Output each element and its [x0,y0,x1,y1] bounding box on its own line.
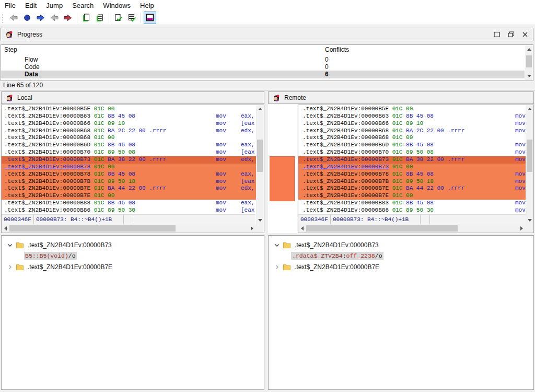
asm-line[interactable]: .text$_ZN2B4D1Ev:00000B6D 01C 8B 45 08mo… [298,142,526,149]
asm-line[interactable]: .text$_ZN2B4D1Ev:00000B7B 01C 89 50 18mo… [298,178,526,186]
local-vertical-scrollbar[interactable] [256,105,264,224]
asm-line[interactable]: .text$_ZN2B4D1Ev:00000B78 01C 8B 45 08mo… [2,171,256,178]
local-asm-lines: .text$_ZN2B4D1Ev:00000B5E 01C 00.text$_Z… [2,106,256,214]
status-symbol-cell: 00000B73: B4::~B4()+1B [34,215,124,224]
menu-windows[interactable]: Windows [98,1,135,10]
scrollbar-thumb[interactable] [527,140,532,172]
menu-jump[interactable]: Jump [41,1,67,10]
asm-line[interactable]: .text$_ZN2B4D1Ev:00000B73 01C 00 [298,164,526,171]
tree-item[interactable]: .text$_ZN2B4D1Ev:00000B73 [2,239,264,250]
scroll-left-icon[interactable] [298,224,306,233]
asm-address: .text$_ZN2B4D1Ev:00000B66 [303,120,389,126]
asm-line[interactable]: .text$_ZN2B4D1Ev:00000B68 01C 00 [298,134,526,142]
asm-line[interactable]: .text$_ZN2B4D1Ev:00000B7E 01C BA 44 22 0… [2,185,256,192]
progress-table-header: Step Conflicts [1,46,533,56]
chevron-right-icon[interactable] [6,263,14,271]
scroll-up-icon[interactable] [256,105,264,113]
asm-mnemonic: mov [216,142,226,149]
asm-line[interactable]: .text$_ZN2B4D1Ev:00000B66 01C 89 10mov[e… [298,120,526,128]
asm-line[interactable]: .text$_ZN2B4D1Ev:00000B70 01C 89 50 08mo… [298,149,526,156]
menu-search[interactable]: Search [67,1,98,10]
chevron-right-icon[interactable] [273,263,281,271]
menu-help[interactable]: Help [135,1,159,10]
remote-vertical-scrollbar[interactable] [526,105,533,224]
progress-row-data[interactable]: Data6 [1,71,525,78]
asm-line[interactable]: .text$_ZN2B4D1Ev:00000B73 01C BA 38 22 0… [2,156,256,164]
asm-stack-depth: 01C [94,134,104,141]
asm-line[interactable]: .text$_ZN2B4D1Ev:00000B86 01C 89 50 30mo… [2,207,256,214]
scrollbar-thumb[interactable] [306,225,458,232]
tree-child-segment: .rdata$_ZTV2B4 [292,252,343,259]
asm-line[interactable]: .text$_ZN2B4D1Ev:00000B70 01C 89 50 08mo… [2,149,256,156]
remote-horizontal-scrollbar[interactable] [298,224,526,233]
apply-document-button[interactable] [112,11,124,24]
scroll-down-icon[interactable] [256,216,264,224]
scroll-down-icon[interactable] [525,72,533,80]
asm-line[interactable]: .text$_ZN2B4D1Ev:00000B7E 01C 00 [298,192,526,200]
scroll-up-icon[interactable] [525,45,533,53]
asm-line[interactable]: .text$_ZN2B4D1Ev:00000B5E 01C 00 [2,106,256,113]
asm-mnemonic: mov [515,207,526,214]
asm-line[interactable]: .text$_ZN2B4D1Ev:00000B73 01C BA 38 22 0… [298,156,526,164]
chevron-down-icon[interactable] [273,241,281,249]
scrollbar-thumb[interactable] [257,140,263,172]
tree-item[interactable]: .text$_ZN2B4D1Ev:00000B73 [269,239,533,250]
asm-line[interactable]: .text$_ZN2B4D1Ev:00000B5E 01C 00 [298,106,526,113]
export-segments-button[interactable] [94,11,106,24]
asm-line[interactable]: .text$_ZN2B4D1Ev:00000B66 01C 89 10mov[e… [2,120,256,128]
progress-scrollbar[interactable] [525,45,533,80]
forward-arrow-button[interactable] [34,11,47,24]
asm-line[interactable]: .text$_ZN2B4D1Ev:00000B63 01C 8B 45 08mo… [2,113,256,120]
asm-line[interactable]: .text$_ZN2B4D1Ev:00000B73 01C 00 [2,164,256,171]
asm-line[interactable]: .text$_ZN2B4D1Ev:00000B7E 01C BA 44 22 0… [298,185,526,192]
menu-file[interactable]: File [0,1,20,10]
monitor-button[interactable] [144,11,156,24]
next-diff-arrow-button[interactable] [62,11,74,24]
scrollbar-thumb[interactable] [526,55,532,67]
scroll-right-icon[interactable] [518,224,526,233]
export-document-button[interactable] [80,11,92,24]
asm-line[interactable]: .text$_ZN2B4D1Ev:00000B83 01C 8B 45 08mo… [2,200,256,207]
asm-line[interactable]: .text$_ZN2B4D1Ev:00000B68 01C BA 2C 22 0… [2,128,256,135]
asm-mnemonic: mov [216,120,226,128]
asm-line[interactable]: .text$_ZN2B4D1Ev:00000B6D 01C 8B 45 08mo… [2,142,256,149]
local-horizontal-scrollbar[interactable] [2,224,256,233]
progress-row-code[interactable]: Code0 [1,63,525,71]
back-arrow-button[interactable] [7,11,20,24]
scrollbar-thumb[interactable] [9,225,176,232]
asm-line[interactable]: .text$_ZN2B4D1Ev:00000B68 01C 00 [2,134,256,142]
scroll-right-icon[interactable] [248,224,256,233]
prev-diff-arrow-icon [50,13,59,22]
close-icon[interactable] [520,30,530,39]
asm-mnemonic: mov [216,178,226,186]
toolbar-drag-handle[interactable] [1,13,5,23]
tree-item[interactable]: .text$_ZN2B4D1Ev:00000B7E [2,261,264,272]
prev-diff-arrow-button[interactable] [48,11,61,24]
tree-item[interactable]: .text$_ZN2B4D1Ev:00000B7E [269,261,533,272]
asm-line[interactable]: .text$_ZN2B4D1Ev:00000B63 01C 8B 45 08mo… [298,113,526,120]
apply-segments-button[interactable] [125,11,138,24]
menu-edit[interactable]: Edit [20,1,41,10]
progress-titlebar: Progress [1,28,533,41]
asm-mnemonic: mov [515,200,526,207]
asm-line[interactable]: .text$_ZN2B4D1Ev:00000B68 01C BA 2C 22 0… [298,128,526,135]
local-status-bar: 0000346F 00000B73: B4::~B4()+1B [2,214,255,224]
asm-line[interactable]: .text$_ZN2B4D1Ev:00000B78 01C 8B 45 08mo… [298,171,526,178]
progress-row-flow[interactable]: Flow0 [1,56,525,63]
maximize-button[interactable] [492,30,502,39]
stop-circle-button[interactable] [21,11,33,24]
tree-child-item[interactable]: B5::B5(void)/o [2,250,264,261]
chevron-down-icon[interactable] [6,241,14,249]
scroll-left-icon[interactable] [2,224,9,233]
asm-bytes: 8B 45 08 [406,142,434,148]
tree-child-item[interactable]: .rdata$_ZTV2B4:off_2238/o [269,250,533,261]
asm-line[interactable]: .text$_ZN2B4D1Ev:00000B83 01C 8B 45 08mo… [298,200,526,207]
scroll-up-icon[interactable] [526,105,533,113]
remote-status-bar: 0000346F 00000B73: B4::~B4()+1B [298,214,526,224]
asm-line[interactable]: .text$_ZN2B4D1Ev:00000B86 01C 89 50 30mo… [298,207,526,214]
conflict-marker-block[interactable] [270,156,295,201]
restore-button[interactable] [506,30,516,39]
asm-line[interactable]: .text$_ZN2B4D1Ev:00000B7E 01C 00 [2,192,256,200]
scroll-down-icon[interactable] [526,216,533,224]
asm-line[interactable]: .text$_ZN2B4D1Ev:00000B7B 01C 89 50 18mo… [2,178,256,186]
